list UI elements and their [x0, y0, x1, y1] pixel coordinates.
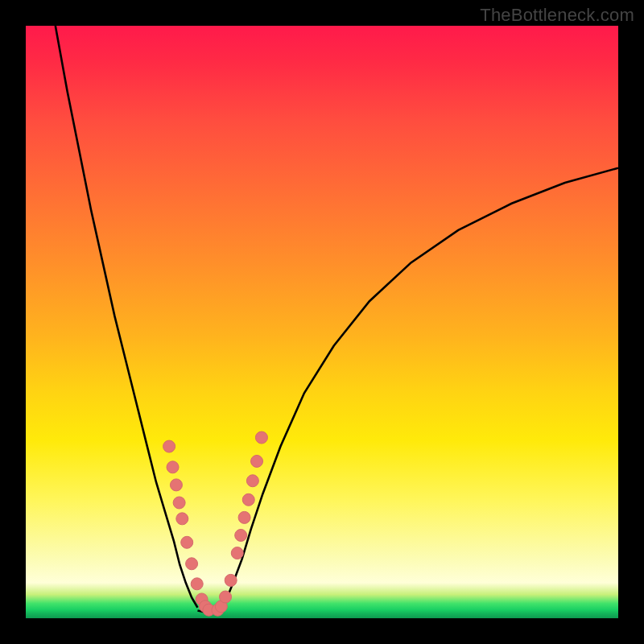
data-marker: [235, 529, 247, 541]
data-marker: [255, 431, 267, 444]
chart-svg: [26, 26, 618, 618]
data-marker: [170, 479, 182, 491]
data-marker: [167, 461, 179, 473]
data-marker: [242, 493, 254, 506]
data-marker: [231, 547, 243, 559]
markers-right: [212, 431, 267, 616]
data-marker: [246, 475, 258, 487]
data-marker: [176, 513, 188, 525]
data-marker: [173, 497, 185, 509]
chart-container: TheBottleneck.com: [0, 0, 644, 644]
data-marker: [225, 574, 237, 586]
data-marker: [251, 455, 263, 467]
plot-area: [26, 26, 618, 618]
data-marker: [163, 440, 175, 452]
curve-right: [221, 168, 618, 608]
data-marker: [181, 536, 193, 548]
data-marker: [191, 578, 203, 590]
data-marker: [186, 558, 198, 570]
data-marker: [238, 511, 250, 523]
data-marker: [220, 591, 232, 603]
watermark-text: TheBottleneck.com: [480, 5, 634, 26]
